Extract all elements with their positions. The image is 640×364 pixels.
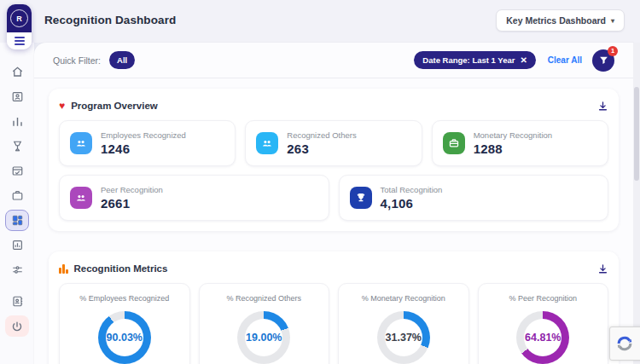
dashboard-selector[interactable]: Key Metrics Dashboard ▾ <box>496 9 625 32</box>
stat-value: 263 <box>287 142 356 156</box>
filter-chip-date-range[interactable]: Date Range: Last 1 Year ✕ <box>414 51 535 69</box>
stat-label: Peer Recognition <box>101 185 163 194</box>
chevron-down-icon: ▾ <box>611 17 614 25</box>
stat-label: Monetary Recognition <box>474 130 552 140</box>
sidebar-item-sliders[interactable] <box>5 259 29 280</box>
program-overview-section: ♥ Program Overview Employees Recognized … <box>49 89 619 231</box>
scrollbar-thumb[interactable] <box>634 87 639 181</box>
date-range-chip-label: Date Range: Last 1 Year <box>422 55 515 65</box>
quick-filter-label: Quick Filter: <box>53 55 101 66</box>
recaptcha-badge[interactable] <box>609 326 640 361</box>
donut-title: % Peer Recognition <box>509 294 577 303</box>
stat-value: 1288 <box>474 142 552 156</box>
award-icon <box>11 140 24 153</box>
dashboard-selector-label: Key Metrics Dashboard <box>506 15 606 26</box>
filter-bar: Quick Filter: All Date Range: Last 1 Yea… <box>34 43 633 78</box>
briefcase-icon <box>11 189 24 202</box>
stat-card-recognized-others: Recognized Others 263 <box>245 120 422 166</box>
bar-chart-icon <box>11 115 24 128</box>
clear-all-link[interactable]: Clear All <box>548 55 582 65</box>
card-check-icon <box>11 165 24 177</box>
scrollbar[interactable] <box>633 43 640 364</box>
stat-value: 1246 <box>101 142 186 156</box>
sidebar-item-id-card[interactable] <box>5 86 29 107</box>
sidebar-item-briefcase[interactable] <box>5 185 29 206</box>
main-content: Quick Filter: All Date Range: Last 1 Yea… <box>34 43 633 364</box>
id-card-icon <box>11 90 24 103</box>
power-icon <box>11 321 23 332</box>
donut-title: % Employees Recognized <box>79 294 169 303</box>
stat-value: 4,106 <box>381 196 443 211</box>
sidebar-item-logout[interactable] <box>5 315 29 337</box>
top-header: Recognition Dashboard Key Metrics Dashbo… <box>0 0 640 43</box>
donut-card-employees-recognized: % Employees Recognized 90.03% <box>59 283 190 364</box>
app-logo: R <box>7 4 32 49</box>
chart-square-icon <box>11 239 24 251</box>
bar-chart-icon <box>59 264 68 274</box>
program-overview-title: Program Overview <box>71 101 158 111</box>
sliders-icon <box>11 263 24 276</box>
sidebar-toggle-button[interactable] <box>7 32 32 49</box>
donut-value: 90.03% <box>107 332 143 344</box>
recognition-metrics-title: Recognition Metrics <box>74 263 168 274</box>
stat-card-peer-recognition: Peer Recognition 2661 <box>59 175 329 221</box>
heart-icon: ♥ <box>59 101 65 111</box>
people-icon <box>70 187 92 209</box>
download-program-overview-button[interactable] <box>597 101 608 112</box>
donut-title: % Monetary Recognition <box>362 294 445 303</box>
briefcase-icon <box>443 132 465 154</box>
funnel-icon <box>599 55 608 65</box>
stat-card-total-recognition: Total Recognition 4,106 <box>339 175 609 221</box>
donut-title: % Recognized Others <box>226 294 301 303</box>
recognition-metrics-section: Recognition Metrics % Employees Recogniz… <box>49 251 619 364</box>
dashboard-grid-icon <box>11 214 24 227</box>
stat-card-monetary-recognition: Monetary Recognition 1288 <box>432 120 608 166</box>
sidebar-item-address-book[interactable] <box>5 291 29 312</box>
donut-card-recognized-others: % Recognized Others 19.00% <box>199 283 330 364</box>
sidebar <box>0 43 34 364</box>
sidebar-item-bar-chart[interactable] <box>5 111 29 132</box>
download-icon <box>597 101 608 112</box>
people-icon <box>70 132 92 154</box>
close-icon[interactable]: ✕ <box>520 55 527 65</box>
stat-value: 2661 <box>101 196 163 211</box>
filter-button[interactable]: 1 <box>592 49 614 72</box>
sidebar-item-home[interactable] <box>5 61 29 83</box>
stat-label: Recognized Others <box>287 130 356 140</box>
sidebar-item-chart-square[interactable] <box>5 234 29 256</box>
sidebar-item-award[interactable] <box>5 136 29 157</box>
logo-mark: R <box>7 4 32 32</box>
stat-label: Total Recognition <box>381 185 443 194</box>
donut-value: 64.81% <box>525 332 561 344</box>
trophy-icon <box>350 187 372 209</box>
donut-value: 31.37% <box>386 332 422 344</box>
address-book-icon <box>11 295 24 308</box>
filter-chip-all[interactable]: All <box>109 51 135 69</box>
stat-label: Employees Recognized <box>101 130 186 140</box>
sidebar-item-card-check[interactable] <box>5 160 29 182</box>
donut-value: 19.00% <box>246 332 282 344</box>
stat-card-employees-recognized: Employees Recognized 1246 <box>59 120 236 166</box>
hamburger-icon <box>15 37 25 44</box>
page-title: Recognition Dashboard <box>44 14 176 26</box>
home-icon <box>11 66 24 78</box>
donut-card-monetary-recognition: % Monetary Recognition 31.37% <box>338 283 469 364</box>
donut-card-peer-recognition: % Peer Recognition 64.81% <box>478 283 609 364</box>
download-recognition-metrics-button[interactable] <box>597 263 608 274</box>
logo-letter: R <box>10 9 28 27</box>
sidebar-item-dashboard[interactable] <box>5 210 29 231</box>
download-icon <box>597 263 608 274</box>
recaptcha-icon <box>615 334 634 353</box>
filter-count-badge: 1 <box>608 46 618 56</box>
people-icon <box>256 132 278 154</box>
